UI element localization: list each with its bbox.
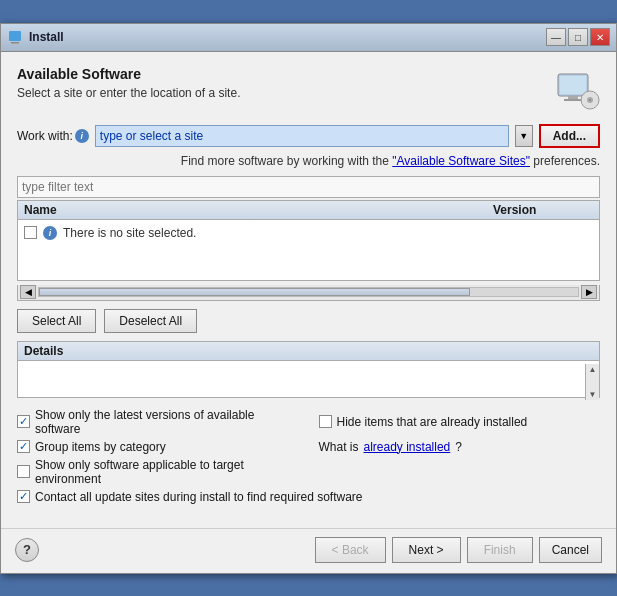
filter-input[interactable] (17, 176, 600, 198)
option-checkbox-5[interactable] (17, 465, 30, 478)
scroll-left-button[interactable]: ◀ (20, 285, 36, 299)
table-header: Name Version (18, 201, 599, 220)
page-title: Available Software (17, 66, 552, 82)
minimize-button[interactable]: — (546, 28, 566, 46)
horizontal-scrollbar: ◀ ▶ (17, 285, 600, 301)
deselect-all-button[interactable]: Deselect All (104, 309, 197, 333)
nav-buttons: < Back Next > Finish Cancel (315, 537, 602, 563)
window-icon (7, 29, 23, 45)
option-label-7: Contact all update sites during install … (35, 490, 363, 504)
svg-rect-5 (564, 99, 582, 101)
option-row-6 (319, 458, 601, 486)
install-icon (552, 66, 600, 114)
svg-rect-4 (568, 96, 578, 99)
bottom-bar: ? < Back Next > Finish Cancel (1, 528, 616, 573)
svg-point-8 (589, 99, 591, 101)
svg-rect-1 (11, 42, 19, 44)
svg-rect-3 (560, 76, 586, 94)
title-buttons: — □ ✕ (546, 28, 610, 46)
row-info-icon: i (43, 226, 57, 240)
site-input[interactable] (95, 125, 509, 147)
work-with-row: Work with: i ▼ Add... (17, 124, 600, 148)
title-bar: Install — □ ✕ (1, 24, 616, 52)
action-buttons: Select All Deselect All (17, 309, 600, 333)
option-row-2: Hide items that are already installed (319, 408, 601, 436)
no-site-message: There is no site selected. (63, 226, 196, 240)
options-section: ✓ Show only the latest versions of avail… (17, 408, 600, 504)
scroll-right-button[interactable]: ▶ (581, 285, 597, 299)
select-all-button[interactable]: Select All (17, 309, 96, 333)
table-col-name: Name (24, 203, 493, 217)
option-checkbox-3[interactable]: ✓ (17, 440, 30, 453)
option-row-1: ✓ Show only the latest versions of avail… (17, 408, 299, 436)
option-row-7: ✓ Contact all update sites during instal… (17, 490, 600, 504)
header-text: Available Software Select a site or ente… (17, 66, 552, 112)
back-button[interactable]: < Back (315, 537, 386, 563)
option-label-3: Group items by category (35, 440, 166, 454)
software-table: Name Version i There is no site selected… (17, 200, 600, 281)
main-content: Available Software Select a site or ente… (1, 52, 616, 528)
next-button[interactable]: Next > (392, 537, 461, 563)
details-body (18, 361, 599, 397)
details-section: Details ▲ ▼ (17, 341, 600, 398)
table-row: i There is no site selected. (24, 226, 196, 240)
header-area: Available Software Select a site or ente… (17, 66, 600, 114)
details-scroll-down[interactable]: ▼ (589, 390, 597, 399)
page-subtitle: Select a site or enter the location of a… (17, 86, 552, 100)
work-with-label: Work with: i (17, 129, 89, 143)
row-checkbox[interactable] (24, 226, 37, 239)
option-checkbox-1[interactable]: ✓ (17, 415, 30, 428)
option-row-3: ✓ Group items by category (17, 440, 299, 454)
option-checkbox-2[interactable] (319, 415, 332, 428)
window-title: Install (29, 30, 64, 44)
dropdown-arrow-icon: ▼ (519, 131, 528, 141)
option-checkbox-7[interactable]: ✓ (17, 490, 30, 503)
svg-rect-0 (9, 31, 21, 41)
cancel-button[interactable]: Cancel (539, 537, 602, 563)
scroll-track[interactable] (38, 287, 579, 297)
software-sites-row: Find more software by working with the "… (17, 154, 600, 168)
option-row-4: What is already installed ? (319, 440, 601, 454)
help-button[interactable]: ? (15, 538, 39, 562)
install-window: Install — □ ✕ Available Software Select … (0, 23, 617, 574)
details-header: Details (18, 342, 599, 361)
options-grid: ✓ Show only the latest versions of avail… (17, 408, 600, 504)
close-button[interactable]: ✕ (590, 28, 610, 46)
option-label-5: Show only software applicable to target … (35, 458, 299, 486)
site-dropdown-button[interactable]: ▼ (515, 125, 533, 147)
available-software-sites-link[interactable]: "Available Software Sites" (392, 154, 530, 168)
option-label-4b: ? (455, 440, 462, 454)
option-label-4a: What is (319, 440, 359, 454)
add-button[interactable]: Add... (539, 124, 600, 148)
title-bar-left: Install (7, 29, 64, 45)
work-with-info-icon: i (75, 129, 89, 143)
table-body: i There is no site selected. (18, 220, 599, 280)
already-installed-link[interactable]: already installed (364, 440, 451, 454)
option-label-2: Hide items that are already installed (337, 415, 528, 429)
scroll-thumb (39, 288, 470, 296)
maximize-button[interactable]: □ (568, 28, 588, 46)
option-row-5: Show only software applicable to target … (17, 458, 299, 486)
finish-button[interactable]: Finish (467, 537, 533, 563)
table-col-version: Version (493, 203, 593, 217)
option-label-1: Show only the latest versions of availab… (35, 408, 299, 436)
details-scrollbar: ▲ ▼ (585, 364, 599, 400)
details-scroll-up[interactable]: ▲ (589, 365, 597, 374)
